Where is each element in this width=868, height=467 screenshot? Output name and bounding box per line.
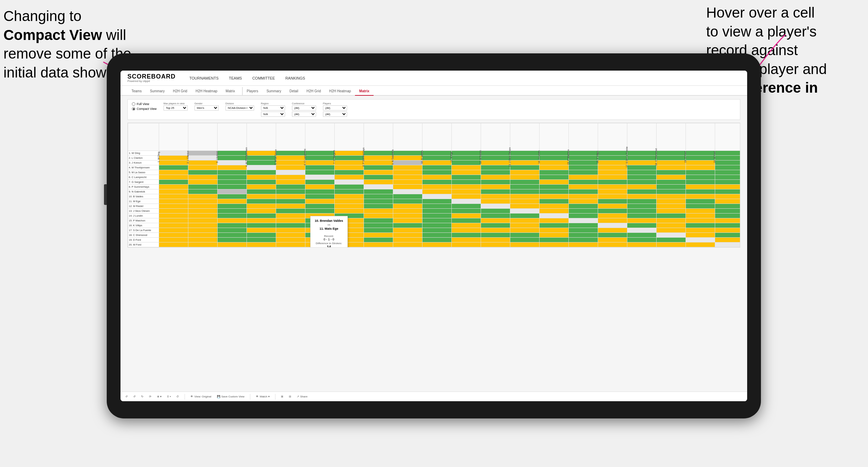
matrix-cell-r11-c10[interactable]: [422, 199, 452, 204]
matrix-cell-r9-c15[interactable]: [569, 189, 598, 194]
matrix-cell-r9-c10[interactable]: [422, 189, 452, 194]
matrix-cell-r19-c18[interactable]: [657, 238, 686, 242]
matrix-cell-r12-c3[interactable]: [218, 204, 247, 209]
matrix-cell-r8-c20[interactable]: [715, 185, 741, 189]
matrix-cell-r1-c19[interactable]: [686, 151, 715, 156]
matrix-cell-r12-c8[interactable]: [364, 204, 393, 209]
matrix-cell-r2-c13[interactable]: [510, 156, 540, 160]
matrix-cell-r12-c6[interactable]: [305, 204, 335, 209]
matrix-cell-r2-c15[interactable]: [569, 156, 598, 160]
matrix-cell-r15-c2[interactable]: [188, 218, 218, 223]
matrix-cell-r15-c20[interactable]: [715, 218, 741, 223]
matrix-cell-r11-c16[interactable]: [598, 199, 627, 204]
matrix-cell-r18-c9[interactable]: [393, 233, 422, 238]
matrix-cell-r2-c20[interactable]: [715, 156, 741, 160]
matrix-cell-r8-c17[interactable]: [627, 185, 657, 189]
matrix-cell-r1-c14[interactable]: [540, 151, 569, 156]
matrix-cell-r10-c16[interactable]: [598, 194, 627, 199]
matrix-cell-r19-c9[interactable]: [393, 238, 422, 242]
matrix-cell-r6-c17[interactable]: [627, 175, 657, 180]
matrix-cell-r14-c15[interactable]: [569, 214, 598, 218]
matrix-cell-r3-c17[interactable]: [627, 160, 657, 165]
matrix-cell-r15-c3[interactable]: [218, 218, 247, 223]
matrix-cell-r6-c9[interactable]: [393, 175, 422, 180]
matrix-cell-r6-c18[interactable]: [657, 175, 686, 180]
matrix-cell-r19-c12[interactable]: [481, 238, 510, 242]
matrix-cell-r13-c17[interactable]: [627, 209, 657, 214]
matrix-cell-r11-c14[interactable]: [540, 199, 569, 204]
matrix-cell-r12-c12[interactable]: [481, 204, 510, 209]
matrix-cell-r15-c18[interactable]: [657, 218, 686, 223]
matrix-cell-r20-c20[interactable]: [715, 242, 741, 247]
layout-button[interactable]: ⊞: [280, 394, 285, 399]
matrix-cell-r14-c9[interactable]: [393, 214, 422, 218]
matrix-cell-r7-c9[interactable]: [393, 180, 422, 185]
matrix-cell-r13-c11[interactable]: [452, 209, 481, 214]
matrix-cell-r8-c10[interactable]: [422, 185, 452, 189]
matrix-cell-r3-c1[interactable]: [159, 160, 188, 165]
matrix-cell-r9-c8[interactable]: [364, 189, 393, 194]
matrix-cell-r7-c8[interactable]: [364, 180, 393, 185]
matrix-cell-r14-c18[interactable]: [657, 214, 686, 218]
matrix-cell-r18-c11[interactable]: [452, 233, 481, 238]
matrix-cell-r18-c15[interactable]: [569, 233, 598, 238]
matrix-cell-r19-c8[interactable]: [364, 238, 393, 242]
matrix-cell-r7-c14[interactable]: [540, 180, 569, 185]
matrix-cell-r14-c1[interactable]: [159, 214, 188, 218]
matrix-cell-r10-c20[interactable]: [715, 194, 741, 199]
matrix-cell-r5-c1[interactable]: [159, 170, 188, 175]
matrix-cell-r10-c11[interactable]: [452, 194, 481, 199]
matrix-cell-r20-c14[interactable]: [540, 242, 569, 247]
matrix-cell-r3-c13[interactable]: [510, 160, 540, 165]
redo-button-1[interactable]: ↺: [132, 394, 137, 399]
matrix-cell-r5-c5[interactable]: [276, 170, 305, 175]
matrix-cell-r4-c8[interactable]: [364, 165, 393, 170]
matrix-cell-r15-c16[interactable]: [598, 218, 627, 223]
matrix-cell-r18-c10[interactable]: [422, 233, 452, 238]
matrix-cell-r5-c11[interactable]: [452, 170, 481, 175]
matrix-cell-r2-c2[interactable]: [188, 156, 218, 160]
matrix-cell-r9-c18[interactable]: [657, 189, 686, 194]
matrix-cell-r7-c5[interactable]: [276, 180, 305, 185]
matrix-cell-r20-c2[interactable]: [188, 242, 218, 247]
matrix-cell-r4-c19[interactable]: [686, 165, 715, 170]
matrix-cell-r10-c13[interactable]: [510, 194, 540, 199]
matrix-cell-r2-c19[interactable]: [686, 156, 715, 160]
grid-button[interactable]: ⊟: [287, 394, 293, 399]
matrix-cell-r7-c16[interactable]: [598, 180, 627, 185]
matrix-cell-r10-c14[interactable]: [540, 194, 569, 199]
matrix-cell-r3-c16[interactable]: [598, 160, 627, 165]
matrix-cell-r14-c5[interactable]: [276, 214, 305, 218]
matrix-cell-r18-c14[interactable]: [540, 233, 569, 238]
matrix-cell-r6-c12[interactable]: [481, 175, 510, 180]
matrix-cell-r5-c10[interactable]: [422, 170, 452, 175]
matrix-cell-r9-c16[interactable]: [598, 189, 627, 194]
share-button[interactable]: ↗ Share: [295, 394, 309, 399]
matrix-cell-r1-c11[interactable]: [452, 151, 481, 156]
matrix-cell-r11-c2[interactable]: [188, 199, 218, 204]
matrix-cell-r7-c12[interactable]: [481, 180, 510, 185]
matrix-cell-r18-c12[interactable]: [481, 233, 510, 238]
matrix-cell-r19-c19[interactable]: [686, 238, 715, 242]
matrix-cell-r9-c1[interactable]: [159, 189, 188, 194]
matrix-cell-r11-c7[interactable]: [335, 199, 364, 204]
matrix-cell-r12-c2[interactable]: [188, 204, 218, 209]
matrix-cell-r6-c6[interactable]: [305, 175, 335, 180]
matrix-cell-r11-c8[interactable]: [364, 199, 393, 204]
matrix-cell-r10-c2[interactable]: [188, 194, 218, 199]
matrix-cell-r13-c8[interactable]: [364, 209, 393, 214]
matrix-cell-r20-c17[interactable]: [627, 242, 657, 247]
matrix-cell-r11-c1[interactable]: [159, 199, 188, 204]
matrix-cell-r12-c11[interactable]: [452, 204, 481, 209]
matrix-cell-r13-c9[interactable]: [393, 209, 422, 214]
matrix-cell-r4-c15[interactable]: [569, 165, 598, 170]
compact-view-option[interactable]: Compact View: [132, 107, 157, 111]
matrix-cell-r3-c20[interactable]: [715, 160, 741, 165]
nav-tournaments[interactable]: TOURNAMENTS: [189, 76, 219, 80]
matrix-cell-r17-c9[interactable]: [393, 228, 422, 233]
matrix-cell-r4-c7[interactable]: [335, 165, 364, 170]
matrix-cell-r4-c12[interactable]: [481, 165, 510, 170]
matrix-cell-r6-c8[interactable]: [364, 175, 393, 180]
matrix-cell-r7-c6[interactable]: [305, 180, 335, 185]
matrix-cell-r20-c16[interactable]: [598, 242, 627, 247]
